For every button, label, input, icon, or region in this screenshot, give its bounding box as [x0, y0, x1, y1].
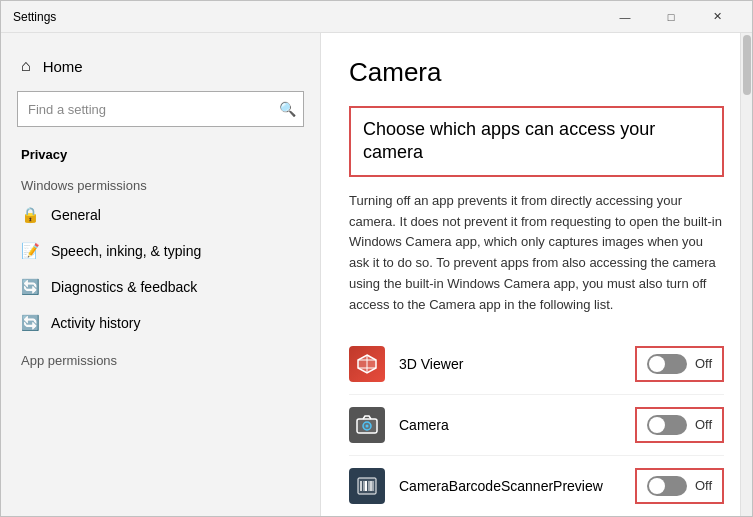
sidebar-item-diagnostics[interactable]: 🔄 Diagnostics & feedback	[1, 269, 320, 305]
sidebar-item-activity[interactable]: 🔄 Activity history	[1, 305, 320, 341]
toggle-3dviewer[interactable]	[647, 354, 687, 374]
diagnostics-icon: 🔄	[21, 278, 39, 296]
search-input[interactable]	[17, 91, 304, 127]
window-controls: — □ ✕	[602, 1, 740, 33]
sidebar-item-general-label: General	[51, 207, 101, 223]
apps-list: 3D Viewer Off	[349, 334, 724, 516]
toggle-knob-barcode	[649, 478, 665, 494]
highlighted-section: Choose which apps can access your camera	[349, 106, 724, 177]
app-name-camera: Camera	[399, 417, 635, 433]
table-row: 3D Viewer Off	[349, 334, 724, 395]
scrollbar[interactable]	[740, 33, 752, 516]
toggle-barcode[interactable]	[647, 476, 687, 496]
sidebar-item-speech[interactable]: 📝 Speech, inking, & typing	[1, 233, 320, 269]
search-icon[interactable]: 🔍	[279, 101, 296, 117]
description-text: Turning off an app prevents it from dire…	[349, 191, 724, 316]
toggle-area-3dviewer: Off	[635, 346, 724, 382]
toggle-label-3dviewer: Off	[695, 356, 712, 371]
close-button[interactable]: ✕	[694, 1, 740, 33]
toggle-knob-camera	[649, 417, 665, 433]
windows-permissions-title: Windows permissions	[1, 166, 320, 197]
toggle-camera[interactable]	[647, 415, 687, 435]
lock-icon: 🔒	[21, 206, 39, 224]
scrollbar-thumb[interactable]	[743, 35, 751, 95]
sidebar-item-general[interactable]: 🔒 General	[1, 197, 320, 233]
speech-icon: 📝	[21, 242, 39, 260]
sidebar-item-activity-label: Activity history	[51, 315, 140, 331]
app-icon-camera	[349, 407, 385, 443]
app-name-barcode: CameraBarcodeScannerPreview	[399, 478, 635, 494]
table-row: Camera Off	[349, 395, 724, 456]
app-permissions-title: App permissions	[1, 341, 320, 372]
app-icon-3dviewer	[349, 346, 385, 382]
section-heading: Choose which apps can access your camera	[363, 118, 710, 165]
sidebar-item-speech-label: Speech, inking, & typing	[51, 243, 201, 259]
settings-window: Settings — □ ✕ ⌂ Home 🔍 Privacy Windows …	[0, 0, 753, 517]
main-content: Camera Choose which apps can access your…	[321, 33, 752, 516]
svg-point-6	[366, 424, 369, 427]
app-name-3dviewer: 3D Viewer	[399, 356, 635, 372]
toggle-knob-3dviewer	[649, 356, 665, 372]
home-label: Home	[43, 58, 83, 75]
activity-icon: 🔄	[21, 314, 39, 332]
sidebar-item-diagnostics-label: Diagnostics & feedback	[51, 279, 197, 295]
privacy-section-title: Privacy	[1, 139, 320, 166]
home-nav-item[interactable]: ⌂ Home	[1, 49, 320, 83]
home-icon: ⌂	[21, 57, 31, 75]
maximize-button[interactable]: □	[648, 1, 694, 33]
minimize-button[interactable]: —	[602, 1, 648, 33]
toggle-area-barcode: Off	[635, 468, 724, 504]
sidebar: ⌂ Home 🔍 Privacy Windows permissions 🔒 G…	[1, 33, 321, 516]
toggle-area-camera: Off	[635, 407, 724, 443]
content-area: ⌂ Home 🔍 Privacy Windows permissions 🔒 G…	[1, 33, 752, 516]
toggle-label-camera: Off	[695, 417, 712, 432]
search-box: 🔍	[17, 91, 304, 127]
table-row: CameraBarcodeScannerPreview Off	[349, 456, 724, 516]
toggle-label-barcode: Off	[695, 478, 712, 493]
window-title: Settings	[13, 10, 602, 24]
app-icon-barcode	[349, 468, 385, 504]
page-title: Camera	[349, 57, 724, 88]
titlebar: Settings — □ ✕	[1, 1, 752, 33]
